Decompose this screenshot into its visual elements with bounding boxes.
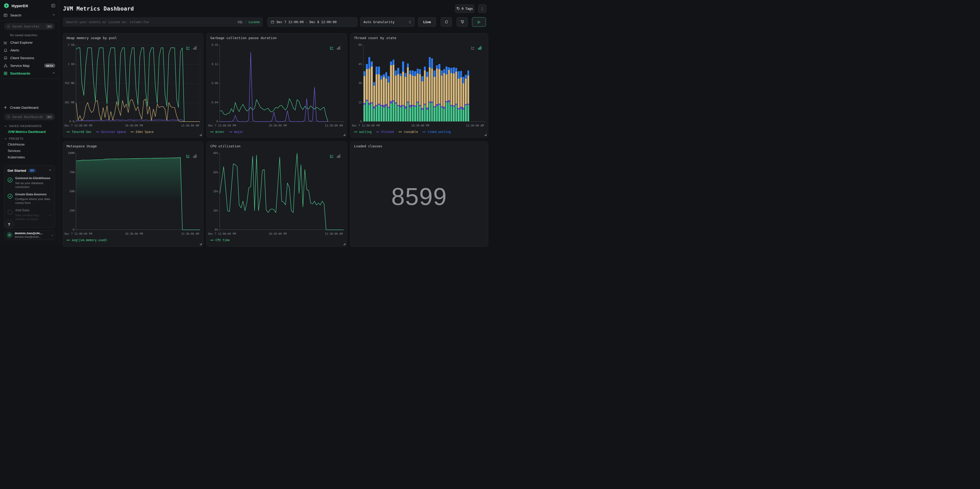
bar (388, 45, 390, 121)
bar-segment (465, 79, 467, 104)
kebab-menu-button[interactable]: ⋮ (478, 4, 487, 13)
calendar-icon (271, 20, 274, 24)
legend-item[interactable]: waiting (354, 130, 371, 134)
bar-segment (388, 108, 390, 121)
lucene-toggle[interactable]: Lucene (248, 20, 260, 24)
bar-segment (368, 103, 370, 105)
get-started-step[interactable]: Add Data Start sending logs, metrics, or… (8, 209, 52, 221)
legend-item[interactable]: Tenured Gen (67, 130, 91, 134)
bar-segment (409, 74, 411, 105)
get-started-step[interactable]: Connect to ClickHouse Set up your databa… (8, 176, 52, 189)
bar-segment (414, 107, 416, 121)
panel-resize-handle[interactable] (344, 243, 345, 244)
presets-header[interactable]: PRESETS (0, 135, 59, 141)
bar-segment (383, 105, 385, 107)
legend-item[interactable]: Eden Space (130, 130, 153, 134)
tags-button[interactable]: 0 Tags (455, 4, 474, 13)
refresh-button[interactable] (441, 17, 452, 27)
preset-link-clickhouse[interactable]: ClickHouse (0, 141, 59, 148)
live-button[interactable]: Live (418, 17, 436, 27)
bar-segment (453, 73, 455, 105)
legend-item[interactable]: timed_waiting (422, 130, 451, 134)
panel-resize-handle[interactable] (200, 243, 202, 244)
bar-segment (438, 64, 440, 69)
bar (366, 45, 368, 121)
get-started-step[interactable]: Create Data Sources Configure where your… (8, 193, 52, 205)
bar (375, 45, 377, 121)
bar-segment (436, 68, 438, 104)
chart-legend: avg(jvm.memory.used) (67, 238, 107, 242)
get-started-title: Get Started (8, 169, 26, 172)
bar-segment (395, 104, 397, 121)
panel-resize-handle[interactable] (344, 134, 345, 136)
tag-icon (457, 7, 460, 10)
bar (419, 45, 421, 121)
legend-item[interactable]: Survivor Space (96, 130, 126, 134)
bar-segment (422, 76, 423, 81)
sidebar-item-dashboards[interactable]: Dashboards (0, 69, 59, 77)
legend-item[interactable]: major (229, 130, 243, 134)
bar-segment (402, 106, 404, 121)
y-axis-label: 0 (208, 120, 218, 123)
bar-segment (448, 70, 450, 100)
bar (445, 45, 447, 121)
x-axis-label: Dec 7 12:00:00 PM (65, 232, 92, 235)
dashboard-link-jvm[interactable]: JVM Metrics Dashboard (0, 129, 59, 135)
legend-item[interactable]: CPU time (210, 238, 229, 242)
sql-toggle[interactable]: SQL (237, 20, 243, 24)
panel-resize-handle[interactable] (200, 134, 202, 136)
sidebar-item-search[interactable]: Search (0, 11, 59, 19)
sidebar-collapse-icon[interactable] (51, 3, 55, 8)
sidebar-item-client-sessions[interactable]: Client Sessions (0, 54, 59, 62)
legend-item[interactable]: blocked (376, 130, 394, 134)
bar (431, 45, 433, 121)
sidebar-item-label: Alerts (10, 48, 19, 52)
bar-segment (436, 106, 438, 121)
bar-segment (400, 73, 402, 76)
bar (373, 45, 375, 121)
legend-item[interactable]: avg(jvm.memory.used) (67, 238, 107, 242)
saved-searches-input[interactable]: Saved Searches ⌘K (4, 23, 55, 30)
chart-legend: minormajor (210, 130, 243, 134)
help-button[interactable]: ? (4, 220, 14, 229)
bar-segment (419, 106, 421, 121)
event-search-input[interactable]: Search your events w/ Lucene ex. column:… (63, 17, 263, 27)
x-axis-label: 11:30:00 AM (466, 124, 484, 127)
x-axis-label: 10:30:00 PM (125, 232, 143, 235)
saved-dashboards-input[interactable]: Saved Dashboards ⌘K (4, 113, 55, 120)
legend-item[interactable]: runnable (398, 130, 418, 134)
bar-segment (453, 107, 455, 121)
run-query-button[interactable] (472, 17, 486, 27)
create-dashboard-button[interactable]: Create Dashboard (0, 104, 59, 111)
filter-button[interactable] (457, 17, 468, 27)
preset-link-kubernetes[interactable]: Kubernetes (0, 154, 59, 161)
bar (460, 45, 462, 121)
sidebar-item-alerts[interactable]: Alerts (0, 46, 59, 54)
bar-segment (424, 67, 426, 70)
step-title: Create Data Sources (15, 193, 52, 197)
bar (405, 45, 406, 121)
date-range-picker[interactable]: Dec 7 12:00:00 - Dec 8 12:00:00 (267, 17, 357, 27)
panel-resize-handle[interactable] (485, 134, 487, 136)
legend-dash-icon (354, 132, 357, 132)
user-name: dominic.tran@clic... (15, 232, 43, 235)
bar-segment (431, 103, 433, 121)
play-icon (477, 20, 481, 24)
bar-segment (407, 64, 409, 67)
sidebar-item-service-map[interactable]: Service Map BETA (0, 62, 59, 69)
bar-segment (438, 105, 440, 121)
bar (463, 45, 464, 121)
x-axis-label: 11:30:00 AM (325, 232, 343, 235)
chevron-up-icon[interactable] (49, 168, 52, 173)
preset-link-services[interactable]: Services (0, 148, 59, 154)
legend-item[interactable]: minor (210, 130, 224, 134)
bar-segment (455, 105, 457, 121)
user-menu[interactable]: D dominic.tran@clic... dominic.tran@clic… (4, 230, 55, 240)
select-chevrons-icon (409, 20, 411, 24)
bar (426, 45, 428, 121)
saved-dashboards-header[interactable]: SAVED DASHBOARDS (0, 123, 59, 129)
bar (424, 45, 426, 121)
sidebar-item-chart-explorer[interactable]: Chart Explorer (0, 38, 59, 46)
granularity-select[interactable]: Auto Granularity (360, 17, 415, 27)
bar-segment (402, 61, 404, 72)
